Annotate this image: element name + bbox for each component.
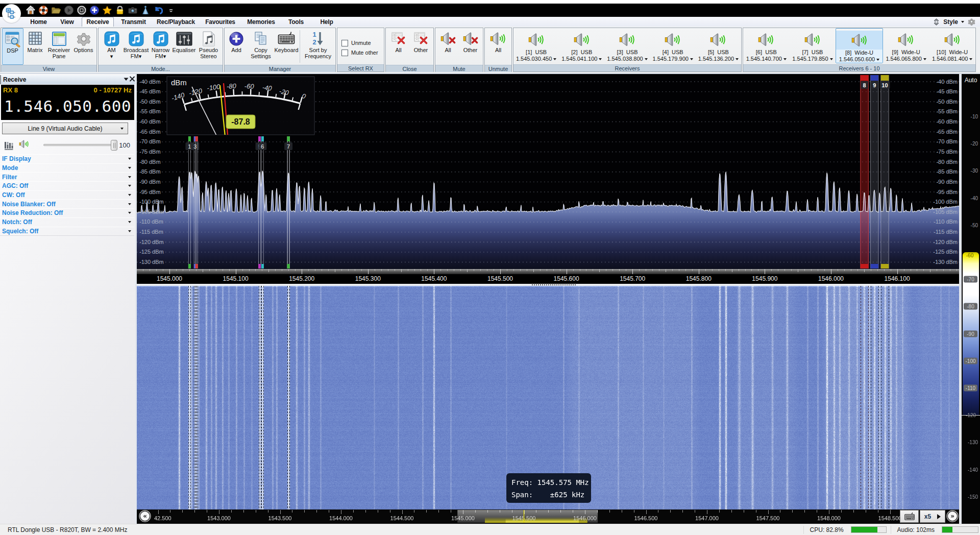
ribbon-button-all[interactable]: All	[437, 28, 459, 65]
section-expand-icon[interactable]	[128, 203, 131, 205]
section-expand-icon[interactable]	[128, 230, 131, 232]
tab-favourites[interactable]: Favourites	[199, 17, 242, 27]
frequency-entry-button[interactable]	[900, 510, 919, 523]
ribbon-button-matrix[interactable]: Matrix	[23, 28, 47, 65]
zoom-speed-button[interactable]: x5	[920, 510, 945, 523]
stop-icon[interactable]	[77, 5, 87, 15]
receiver-button-5[interactable]: [5] USB1.545.136.200	[696, 28, 741, 62]
undo-icon[interactable]	[153, 5, 163, 15]
help-lifebuoy-icon[interactable]	[38, 5, 48, 15]
style-selector[interactable]: Style	[933, 17, 976, 27]
dsp-section-noise-reduction-off[interactable]: Noise Reduction: Off	[0, 208, 134, 217]
checkbox-mute-other[interactable]: Mute other	[341, 50, 378, 56]
ribbon-button-pseudo[interactable]: PseudoStereo	[197, 28, 221, 65]
section-expand-icon[interactable]	[128, 212, 131, 214]
dsp-section-if-display[interactable]: IF Display	[0, 154, 134, 163]
receiver-dropdown-icon[interactable]	[599, 58, 602, 60]
receiver-dropdown-icon[interactable]	[783, 58, 787, 60]
section-expand-icon[interactable]	[128, 185, 131, 187]
receiver-button-7[interactable]: [7] USB1.545.179.850	[790, 28, 836, 62]
navigator-scale-canvas[interactable]	[137, 509, 959, 524]
receiver-dropdown-icon[interactable]	[736, 58, 739, 60]
ribbon-button-add[interactable]: Add	[225, 28, 248, 65]
tab-view[interactable]: View	[53, 17, 82, 27]
lock-icon[interactable]	[115, 5, 125, 15]
tab-tools[interactable]: Tools	[280, 17, 312, 27]
receiver-button-9[interactable]: [9] Wide-U1.546.065.800	[883, 28, 929, 62]
section-expand-icon[interactable]	[128, 194, 131, 196]
receiver-button-3[interactable]: [3] USB1.545.038.800	[604, 28, 650, 62]
receiver-dropdown-icon[interactable]	[553, 58, 556, 60]
ribbon-button-equaliser[interactable]: Equaliser	[172, 28, 197, 65]
receiver-dropdown-icon[interactable]	[923, 58, 926, 60]
ribbon-button-broadcast[interactable]: BroadcastFM▾	[123, 28, 150, 65]
ribbon-button-am[interactable]: AM▾	[101, 28, 123, 65]
dsp-section-cw-off[interactable]: CW: Off	[0, 190, 134, 200]
receiver-button-4[interactable]: [4] USB1.545.179.900	[650, 28, 696, 62]
app-logo-icon[interactable]	[2, 4, 21, 23]
section-expand-icon[interactable]	[128, 158, 131, 160]
receiver-dropdown-icon[interactable]	[969, 58, 972, 60]
tab-memories[interactable]: Memories	[242, 17, 280, 27]
checkbox-box[interactable]	[341, 50, 348, 56]
dsp-section-mode[interactable]: Mode	[0, 163, 134, 173]
ribbon-button-options[interactable]: Options	[71, 28, 96, 65]
ribbon-button-copy[interactable]: CopySettings	[248, 28, 274, 65]
section-expand-icon[interactable]	[128, 176, 131, 178]
ribbon-button-keyboard[interactable]: Keyboard	[274, 28, 299, 65]
home-icon[interactable]	[26, 5, 36, 15]
ribbon-button-all[interactable]: All	[387, 28, 410, 65]
volume-slider-thumb[interactable]	[111, 140, 117, 151]
panel-menu-icon[interactable]	[123, 76, 129, 83]
section-expand-icon[interactable]	[128, 167, 131, 169]
dsp-section-agc-off[interactable]: AGC: Off	[0, 181, 134, 190]
equalizer-icon[interactable]	[4, 140, 15, 152]
style-dropdown-icon[interactable]	[961, 21, 964, 23]
receiver-button-8[interactable]: [8] Wide-U1.546.050.600	[836, 28, 883, 63]
tab-home[interactable]: Home	[24, 17, 53, 27]
ribbon-button-dsp[interactable]: DSP	[2, 28, 23, 65]
antenna-icon[interactable]	[140, 5, 151, 15]
scroll-right-button[interactable]: »	[946, 510, 959, 522]
frequency-value[interactable]: 1.546.050.600	[1, 97, 134, 115]
dsp-section-noise-blanker-off[interactable]: Noise Blanker: Off	[0, 199, 134, 208]
speaker-icon[interactable]	[18, 139, 30, 150]
favourites-star-icon[interactable]	[102, 5, 112, 15]
tab-rec-playback[interactable]: Rec/Playback	[153, 17, 199, 27]
audio-device-select[interactable]: Line 9 (Virtual Audio Cable)	[2, 123, 128, 134]
palette-top-handle[interactable]: -60	[962, 253, 978, 258]
ribbon-button-sort-by[interactable]: 12Sort byFrequency	[301, 28, 335, 65]
auto-range-button[interactable]: Auto	[962, 77, 980, 84]
ribbon-button-receiver[interactable]: ReceiverPane	[47, 28, 71, 65]
receiver-dropdown-icon[interactable]	[830, 58, 833, 60]
tab-receive[interactable]: Receive	[82, 17, 114, 27]
receiver-dropdown-icon[interactable]	[645, 58, 648, 60]
tab-help[interactable]: Help	[312, 17, 341, 27]
play-icon[interactable]	[64, 5, 74, 15]
palette-bottom-handle[interactable]: -120	[963, 412, 979, 418]
dsp-section-filter[interactable]: Filter	[0, 172, 134, 181]
ribbon-button-narrow[interactable]: NarrowFM▾	[150, 28, 172, 65]
receiver-button-2[interactable]: [2] USB1.545.041.100	[559, 28, 604, 62]
receiver-button-1[interactable]: [1] USB1.545.030.450	[513, 28, 559, 62]
spectrum-plot[interactable]: 135678910-40 dBm-40 dBm-45 dBm-45 dBm-50…	[137, 74, 959, 269]
dsp-section-notch-off[interactable]: Notch: Off	[0, 217, 134, 227]
ribbon-button-other[interactable]: Other	[459, 28, 482, 65]
scroll-left-button[interactable]: «	[139, 510, 151, 522]
receiver-button-6[interactable]: [6] USB1.545.140.700	[743, 28, 790, 62]
add-icon[interactable]	[89, 5, 100, 15]
dsp-section-squelch-off[interactable]: Squelch: Off	[0, 227, 134, 236]
more-chevron-icon[interactable]	[166, 5, 176, 15]
open-folder-icon[interactable]	[51, 5, 61, 15]
snapshot-camera-icon[interactable]	[128, 5, 138, 15]
tab-transmit[interactable]: Transmit	[114, 17, 153, 27]
checkbox-unmute[interactable]: Unmute	[341, 40, 371, 46]
frequency-ruler[interactable]	[137, 269, 959, 274]
receiver-dropdown-icon[interactable]	[876, 59, 879, 61]
section-expand-icon[interactable]	[128, 221, 131, 223]
panel-close-icon[interactable]	[129, 76, 135, 83]
ribbon-button-all[interactable]: All	[486, 28, 510, 65]
receiver-button-10[interactable]: [10] Wide-U1.546.081.400	[929, 28, 975, 62]
receiver-dropdown-icon[interactable]	[690, 58, 693, 60]
frequency-ruler-canvas[interactable]	[137, 269, 959, 274]
